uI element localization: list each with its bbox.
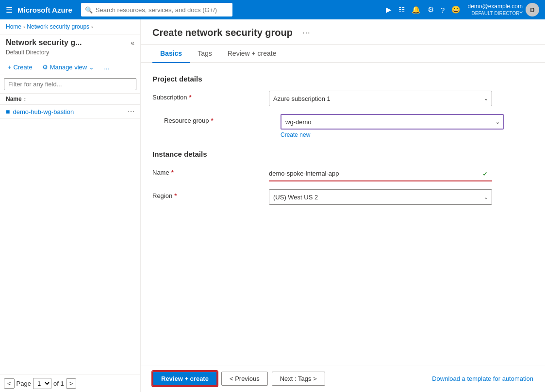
breadcrumb-chevron-icon: ›	[23, 24, 25, 30]
user-email: demo@example.com	[467, 3, 523, 11]
help-icon[interactable]: ?	[441, 6, 445, 14]
region-select[interactable]: (US) West US 2	[269, 189, 492, 205]
sidebar-title: Network security g...	[6, 38, 82, 47]
region-label: Region	[152, 192, 172, 199]
page-title: Create network security group	[152, 27, 293, 38]
name-label: Name	[152, 169, 169, 176]
list-item[interactable]: ■ demo-hub-wg-bastion ⋯	[0, 105, 140, 119]
main-content: Create network security group ⋯ Basics T…	[141, 19, 545, 392]
form-area: Project details Subscription * Azure sub…	[141, 63, 545, 365]
subscription-select-wrapper: Azure subscription 1 ⌄	[269, 91, 492, 106]
download-template-button[interactable]: Download a template for automation	[432, 375, 533, 382]
sidebar-list: ■ demo-hub-wg-bastion ⋯	[0, 105, 140, 375]
name-label-col: Name *	[152, 166, 269, 176]
sidebar-toolbar: + Create ⚙ Manage view ⌄ ...	[0, 60, 140, 75]
notifications-icon[interactable]: 🔔	[412, 5, 421, 14]
name-input-col: ✓	[269, 166, 533, 181]
page-of-label: of 1	[53, 380, 64, 387]
sidebar-subtitle: Default Directory	[0, 49, 140, 60]
topnav-icons: ▶ ☷ 🔔 ⚙ ? 😄 demo@example.com DEFAULT DIR…	[386, 3, 539, 17]
tab-bar: Basics Tags Review + create	[141, 45, 545, 63]
item-more-icon[interactable]: ⋯	[128, 108, 134, 115]
hamburger-menu-icon[interactable]: ☰	[6, 5, 13, 15]
resource-group-select-wrapper: wg-demo ⌄	[281, 114, 504, 130]
footer: Review + create < Previous Next : Tags >…	[141, 365, 545, 392]
settings-icon[interactable]: ⚙	[428, 5, 434, 14]
subscription-required: *	[189, 94, 192, 101]
user-profile[interactable]: demo@example.com DEFAULT DIRECTORY D	[467, 3, 539, 17]
region-required: *	[174, 192, 177, 199]
name-input[interactable]	[269, 166, 492, 181]
review-create-button[interactable]: Review + create	[152, 371, 217, 386]
resource-group-label: Resource group	[164, 117, 209, 124]
subscription-label-col: Subscription *	[152, 91, 269, 101]
subscription-input-col: Azure subscription 1 ⌄	[269, 91, 533, 106]
name-input-wrapper: ✓	[269, 166, 492, 181]
region-select-wrapper: (US) West US 2 ⌄	[269, 189, 492, 205]
sidebar-filter	[0, 75, 140, 94]
resource-group-required: *	[211, 117, 214, 124]
page-label: Page	[17, 380, 31, 387]
cloud-shell-icon[interactable]: ▶	[386, 5, 392, 14]
search-input[interactable]	[96, 6, 229, 14]
sidebar-item-name: demo-hub-wg-bastion	[13, 108, 74, 115]
user-directory: DEFAULT DIRECTORY	[467, 10, 523, 16]
sidebar-header: Network security g... «	[0, 34, 140, 49]
instance-details-title: Instance details	[152, 150, 533, 158]
name-required: *	[171, 169, 174, 176]
plus-icon: +	[8, 64, 12, 71]
breadcrumb-end-icon: ›	[91, 24, 93, 30]
sidebar-collapse-icon[interactable]: «	[131, 39, 134, 47]
page-header: Create network security group ⋯	[141, 19, 545, 45]
page-select[interactable]: 1	[33, 378, 51, 389]
breadcrumb-home[interactable]: Home	[6, 23, 21, 30]
subscription-label: Subscription	[152, 94, 187, 101]
resource-group-select[interactable]: wg-demo	[281, 114, 504, 130]
sidebar-col-header: Name ↕	[0, 94, 140, 105]
resource-group-row: Resource group * wg-demo ⌄ Create new	[152, 114, 533, 138]
filter-input[interactable]	[4, 78, 136, 90]
chevron-down-icon: ⌄	[89, 64, 94, 71]
region-row: Region * (US) West US 2 ⌄	[152, 189, 533, 205]
search-bar: 🔍	[81, 3, 232, 16]
manage-view-button[interactable]: ⚙ Manage view ⌄	[38, 62, 99, 73]
resource-group-label-col: Resource group *	[164, 114, 281, 124]
feedback-icon[interactable]: 😄	[451, 5, 461, 14]
project-details-title: Project details	[152, 75, 533, 83]
sidebar-item-left: ■ demo-hub-wg-bastion	[6, 108, 74, 115]
breadcrumb: Home › Network security groups ›	[0, 19, 140, 34]
breadcrumb-section[interactable]: Network security groups	[27, 23, 89, 30]
brand-logo: Microsoft Azure	[17, 6, 72, 14]
page-next-button[interactable]: >	[66, 378, 77, 389]
search-icon: 🔍	[85, 6, 93, 14]
region-label-col: Region *	[152, 189, 269, 199]
page-prev-button[interactable]: <	[4, 378, 15, 389]
name-check-icon: ✓	[482, 170, 488, 178]
sidebar-pagination: < Page 1 of 1 >	[0, 375, 140, 392]
tab-review-create[interactable]: Review + create	[220, 45, 284, 63]
previous-button[interactable]: < Previous	[221, 372, 268, 386]
tab-tags[interactable]: Tags	[190, 45, 220, 63]
tab-basics[interactable]: Basics	[152, 45, 190, 63]
settings-small-icon: ⚙	[42, 64, 48, 71]
create-button[interactable]: + Create	[4, 62, 36, 73]
next-tags-button[interactable]: Next : Tags >	[272, 372, 325, 386]
subscription-select[interactable]: Azure subscription 1	[269, 91, 492, 106]
col-name-label: Name	[6, 96, 22, 102]
subscription-row: Subscription * Azure subscription 1 ⌄	[152, 91, 533, 106]
create-new-link[interactable]: Create new	[281, 131, 533, 138]
top-navigation: ☰ Microsoft Azure 🔍 ▶ ☷ 🔔 ⚙ ? 😄 demo@exa…	[0, 0, 545, 19]
more-options-button[interactable]: ...	[100, 62, 113, 73]
avatar[interactable]: D	[526, 3, 539, 16]
page-more-icon[interactable]: ⋯	[302, 28, 310, 37]
name-row: Name * ✓	[152, 166, 533, 181]
nsg-icon: ■	[6, 108, 10, 115]
resource-group-input-col: wg-demo ⌄ Create new	[281, 114, 533, 138]
sidebar: Home › Network security groups › Network…	[0, 19, 141, 392]
sort-icon[interactable]: ↕	[24, 97, 26, 102]
region-input-col: (US) West US 2 ⌄	[269, 189, 533, 205]
portal-menu-icon[interactable]: ☷	[398, 5, 405, 14]
